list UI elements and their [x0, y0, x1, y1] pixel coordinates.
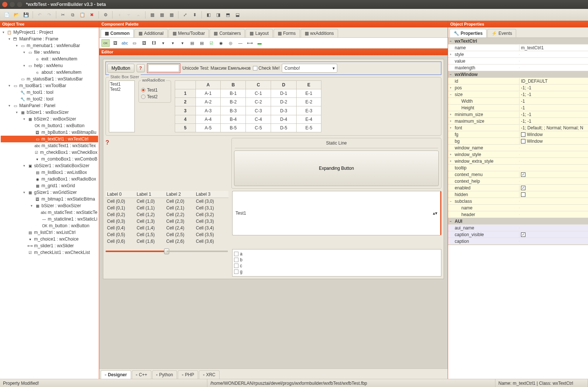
property-row[interactable]: context_help: [448, 178, 588, 185]
palette-listctrl-icon[interactable]: ▤: [198, 39, 206, 47]
align-top-icon[interactable]: ▦: [148, 10, 157, 19]
copy-icon[interactable]: ⧉: [68, 10, 77, 19]
tree-node[interactable]: 🖼m_bpButton1 : wxBitmapBu: [1, 129, 98, 136]
palette-statictext-icon[interactable]: abc: [121, 39, 129, 47]
view-tab-php[interactable]: ▫PHP: [178, 370, 198, 379]
preview-radiobox[interactable]: wxRadioBox Test1 Test2: [138, 80, 171, 103]
open-icon[interactable]: 📂: [12, 10, 21, 19]
save-icon[interactable]: 💾: [21, 10, 30, 19]
property-row[interactable]: value: [448, 58, 588, 64]
property-row[interactable]: caption: [448, 238, 588, 245]
property-row[interactable]: bgWindow: [448, 138, 588, 145]
tree-node[interactable]: ▾▦bSizer2 : wxBoxSizer: [1, 116, 98, 122]
tree-node[interactable]: 🔧m_tool2 : tool: [1, 96, 98, 102]
window-maximize-icon[interactable]: [17, 2, 22, 7]
preview-checklist[interactable]: abcg: [232, 249, 441, 277]
tree-node[interactable]: ▦m_grid1 : wxGrid: [1, 182, 98, 189]
property-row[interactable]: +window_style: [448, 151, 588, 158]
palette-tab-menu/toolbar[interactable]: ▦Menu/Toolbar: [168, 29, 209, 37]
tree-node[interactable]: ▤m_listCtrl : wxListCtrl: [1, 229, 98, 236]
property-row[interactable]: name: [448, 205, 588, 211]
tree-node[interactable]: ▾▦gSizer1 : wxGridSizer: [1, 189, 98, 196]
table-row[interactable]: Cell (0,6)Cell (1,6)Cell (2,6)Cell (3,6): [106, 238, 228, 245]
preview-grid[interactable]: ABCDE1A-1B-1C-1D-1E-12A-2B-2C-2D-2E-23A-…: [175, 80, 321, 132]
tree-node[interactable]: ▾m_comboBox1 : wxComboB: [1, 156, 98, 162]
tree-node[interactable]: 🖼m_bitmap1 : wxStaticBitma: [1, 196, 98, 202]
palette-staticbitmap-icon[interactable]: 🖼: [140, 39, 148, 47]
palette-bitmapbutton-icon[interactable]: 🖼: [111, 39, 119, 47]
stretch-icon[interactable]: ⬍: [190, 10, 199, 19]
delete-icon[interactable]: ✖: [87, 10, 96, 19]
view-tab-c++[interactable]: ▫C++: [132, 370, 151, 379]
redo-icon[interactable]: ↷: [45, 10, 54, 19]
preview-mybutton[interactable]: MyButton: [107, 64, 134, 73]
palette-combobox-icon[interactable]: ▾: [159, 39, 167, 47]
property-row[interactable]: +maximum_size-1; -1: [448, 118, 588, 125]
table-row[interactable]: Cell (0,1)Cell (1,1)Cell (2,1)Cell (3,1): [106, 205, 228, 211]
property-row[interactable]: −subclass: [448, 198, 588, 205]
checklist-item[interactable]: c: [234, 263, 440, 269]
checklist-item[interactable]: b: [234, 257, 440, 263]
tree-node[interactable]: abcm_staticText1 : wxStaticTex: [1, 142, 98, 149]
palette-slider-icon[interactable]: ⟷: [246, 39, 254, 47]
property-row[interactable]: window_name: [448, 145, 588, 151]
generate-icon[interactable]: ⚙: [101, 10, 110, 19]
cut-icon[interactable]: ✂: [59, 10, 67, 19]
preview-choice[interactable]: Test1 ▴▾: [232, 191, 441, 235]
property-row[interactable]: context_menu✓: [448, 171, 588, 178]
preview-expanding-button[interactable]: Expanding Button: [234, 150, 439, 186]
window-minimize-icon[interactable]: [10, 2, 15, 7]
property-row[interactable]: aui_name: [448, 225, 588, 231]
align-right-icon[interactable]: ⫠: [134, 10, 143, 19]
preview-checkbox[interactable]: Check Me!: [253, 66, 280, 71]
tree-node[interactable]: OKm_button1 : wxButton: [1, 122, 98, 129]
border-bottom-icon[interactable]: ⬓: [233, 10, 242, 19]
palette-tab-additional[interactable]: ▦Additional: [134, 29, 168, 37]
palette-radiobutton-icon[interactable]: ◉: [217, 39, 225, 47]
tree-node[interactable]: ▤m_listBox1 : wxListBox: [1, 169, 98, 176]
preview-bitmapbutton[interactable]: ?: [137, 64, 145, 72]
checklist-item[interactable]: g: [234, 269, 440, 275]
preview-listbox[interactable]: Test1Test2: [109, 80, 135, 132]
tree-node[interactable]: ▾▭help : wxMenu: [1, 62, 98, 69]
align-left-icon[interactable]: ⫞: [115, 10, 124, 19]
palette-listbox-icon[interactable]: ▤: [188, 39, 196, 47]
tree-node[interactable]: ▾▭m_menubar1 : wxMenuBar: [1, 42, 98, 49]
editor-canvas[interactable]: MyButton ? Unicode Test: Максим Емельяно…: [99, 55, 448, 368]
palette-checkbox-icon[interactable]: ☑: [207, 39, 216, 47]
property-row[interactable]: header: [448, 211, 588, 218]
table-row[interactable]: Cell (0,4)Cell (1,4)Cell (2,4)Cell (3,4): [106, 225, 228, 231]
tree-node[interactable]: ▾▭file : wxMenu: [1, 49, 98, 56]
view-tab-python[interactable]: ▫Python: [152, 370, 177, 379]
property-row[interactable]: Height-1: [448, 105, 588, 111]
property-row[interactable]: +style: [448, 51, 588, 58]
align-bottom-icon[interactable]: ▦: [167, 10, 176, 19]
tree-node[interactable]: ▾m_choice1 : wxChoice: [1, 236, 98, 242]
tree-node[interactable]: ⎋exit : wxMenuItem: [1, 56, 98, 62]
property-grid[interactable]: −wxTextCtrlnamem_textCtrl1+stylevaluemax…: [448, 38, 588, 245]
tree-node[interactable]: ☑m_checkList1 : wxCheckList: [1, 249, 98, 256]
property-row[interactable]: +window_extra_style: [448, 158, 588, 165]
object-tree[interactable]: ▾📋MyProject1 : Project▾🗔MainFrame : Fram…: [0, 27, 99, 379]
align-center-icon[interactable]: ⫟: [124, 10, 133, 19]
tree-node[interactable]: OKm_button : wxButton: [1, 222, 98, 229]
tree-node[interactable]: ▭m_statusBar1 : wxStatusBar: [1, 76, 98, 82]
property-row[interactable]: +minimum_size-1; -1: [448, 111, 588, 118]
table-row[interactable]: Cell (0,3)Cell (1,3)Cell (2,3)Cell (3,3): [106, 218, 228, 225]
tree-node[interactable]: ▾▦bSizer : wxBoxSizer: [1, 202, 98, 209]
palette-tab-wxadditions[interactable]: ▦wxAdditions: [301, 29, 338, 37]
list-item[interactable]: Test1: [110, 82, 134, 87]
tree-node[interactable]: abcm_staticText : wxStaticTe: [1, 209, 98, 216]
view-tab-designer[interactable]: ▫Designer: [101, 370, 131, 379]
property-row[interactable]: fgWindow: [448, 131, 588, 138]
table-row[interactable]: Cell (0,5)Cell (1,5)Cell (2,5)Cell (3,5): [106, 231, 228, 238]
window-close-icon[interactable]: [2, 2, 7, 7]
palette-tab-forms[interactable]: ▦Forms: [274, 29, 300, 37]
property-row[interactable]: +font-1; Default; ; Normal; Normal; N: [448, 125, 588, 131]
paste-icon[interactable]: 📋: [78, 10, 87, 19]
preview-textctrl-selected[interactable]: [147, 63, 180, 73]
property-row[interactable]: enabled✓: [448, 185, 588, 191]
tree-node[interactable]: ▾▣sbSizer1 : wxStaticBoxSizer: [1, 162, 98, 169]
palette-textctrl-icon[interactable]: ▭: [130, 39, 138, 47]
tree-node[interactable]: ◉m_radioBox1 : wxRadioBox: [1, 176, 98, 182]
